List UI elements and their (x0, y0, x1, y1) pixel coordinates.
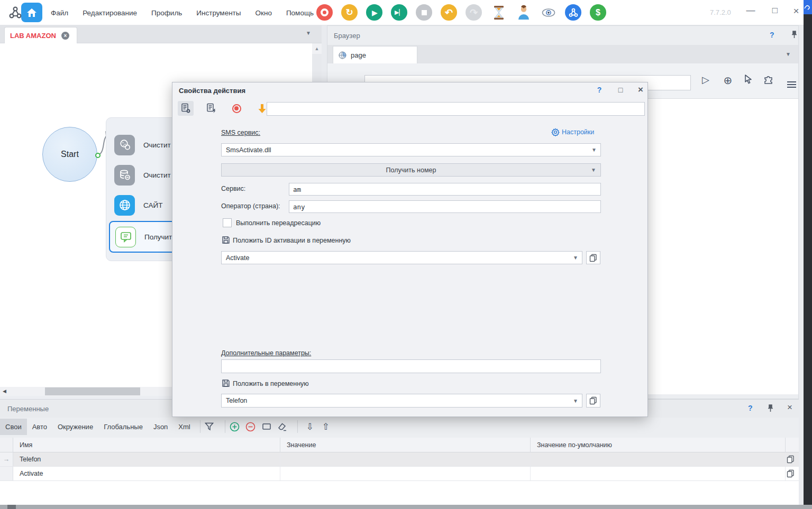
play-to-end-button[interactable]: ▶▏ (391, 4, 407, 21)
action-settings-doc-icon[interactable] (178, 101, 194, 116)
variable-name-cell[interactable]: Telefon (13, 452, 280, 466)
variable-value-cell[interactable] (280, 452, 531, 466)
home-icon (26, 8, 37, 17)
variables-help-icon[interactable]: ? (748, 404, 753, 412)
browser-help-icon[interactable]: ? (770, 31, 774, 39)
browser-tab-page[interactable]: page (333, 46, 417, 63)
sms-service-dropdown[interactable]: SmsActivate.dll▼ (221, 143, 601, 156)
restart-button[interactable]: ↻ (341, 4, 358, 21)
remove-variable-icon[interactable] (245, 422, 261, 432)
redirect-checkbox[interactable] (223, 218, 232, 227)
vars-tab-own[interactable]: Свои (0, 419, 27, 435)
browser-pointer-icon[interactable] (743, 74, 759, 85)
column-default[interactable]: Значение по-умолчанию (531, 438, 786, 452)
page-globe-icon (339, 51, 346, 59)
action-name-input[interactable] (267, 102, 645, 116)
add-variable-icon[interactable] (230, 422, 245, 432)
menu-item-tools[interactable]: Инструменты (196, 9, 241, 17)
variable-name-cell[interactable]: Activate (13, 467, 280, 480)
project-tab-close-icon[interactable]: × (61, 32, 69, 40)
record-button[interactable] (316, 4, 333, 21)
clear-values-eraser-icon[interactable] (277, 422, 293, 431)
scroll-left-icon[interactable]: ◀ (3, 388, 6, 394)
dialog-help-icon[interactable]: ? (592, 86, 606, 94)
dialog-record-icon[interactable] (229, 101, 244, 116)
vars-tab-auto[interactable]: Авто (27, 419, 52, 435)
redo-button[interactable]: ↷ (466, 4, 482, 21)
browser-run-icon[interactable]: ▷ (698, 74, 714, 86)
dialog-close-icon[interactable]: × (634, 85, 647, 95)
variable-row-telefon[interactable]: → Telefon (0, 452, 799, 467)
person-icon (516, 5, 531, 20)
get-number-button[interactable]: Получить номер▼ (221, 163, 601, 177)
move-down-icon[interactable]: ⇩ (302, 421, 318, 432)
operator-input[interactable] (289, 200, 601, 213)
copy-to-clipboard-button[interactable] (586, 394, 600, 408)
move-up-icon[interactable]: ⇧ (318, 421, 334, 432)
variable-row-activate[interactable]: Activate (0, 467, 799, 481)
watch-button[interactable] (540, 4, 556, 21)
menu-item-help[interactable]: Помощь (286, 9, 314, 17)
variable-default-cell[interactable] (531, 467, 786, 480)
browser-add-tab-icon[interactable]: ⊕ (720, 74, 736, 87)
browser-pin-icon[interactable] (791, 30, 798, 39)
scheduler-button[interactable] (490, 4, 507, 21)
dialog-maximize-icon[interactable]: □ (614, 86, 627, 94)
play-to-end-icon: ▶▏ (395, 9, 404, 16)
menu-item-edit[interactable]: Редактирование (83, 9, 137, 17)
variables-close-icon[interactable]: × (787, 402, 792, 413)
project-tab[interactable]: LAB AMAZON × (4, 27, 77, 43)
maximize-button[interactable]: □ (767, 5, 783, 16)
vars-tab-xml[interactable]: Xml (173, 419, 195, 435)
scrollbar-thumb[interactable] (45, 387, 140, 395)
record-icon (321, 8, 329, 16)
dialog-titlebar[interactable]: Свойства действия ? □ × (172, 82, 647, 98)
play-button[interactable]: ▶ (366, 4, 382, 21)
network-button[interactable] (565, 4, 581, 21)
minimize-button[interactable]: — (743, 5, 759, 16)
tab-list-dropdown-icon[interactable]: ▼ (306, 30, 311, 36)
copy-to-clipboard-button[interactable] (586, 251, 600, 264)
vars-tab-json[interactable]: Json (148, 419, 173, 435)
variables-pin-icon[interactable] (767, 404, 774, 413)
action-label: Очистит (143, 171, 171, 179)
variable-default-cell[interactable] (531, 452, 786, 466)
variable-value-cell[interactable] (280, 467, 531, 480)
copy-variable-icon[interactable] (786, 452, 799, 466)
action-code-doc-icon[interactable] (203, 101, 219, 116)
extra-params-input[interactable] (221, 359, 601, 373)
put-var-dropdown[interactable]: Telefon▼ (221, 394, 582, 408)
canvas-scroll-up-icon[interactable]: ▲ (312, 43, 322, 54)
close-button[interactable]: × (788, 5, 804, 17)
row-marker (0, 467, 13, 480)
rename-variable-icon[interactable] (261, 422, 277, 431)
filter-icon[interactable] (205, 422, 221, 431)
menu-item-file[interactable]: Файл (51, 9, 68, 17)
browser-menu-icon[interactable] (783, 74, 799, 86)
settings-link[interactable]: Настройки (551, 128, 594, 136)
put-var-label: Положить в переменную (233, 380, 309, 387)
vars-tab-environment[interactable]: Окружение (52, 419, 98, 435)
browser-extensions-puzzle-icon[interactable] (763, 74, 779, 85)
action-label: САЙТ (143, 201, 162, 209)
app-window: Файл Редактирование Профиль Инструменты … (0, 0, 804, 505)
menu-item-profile[interactable]: Профиль (151, 9, 182, 17)
chevron-down-icon: ▼ (573, 255, 578, 261)
version-label: 7.7.2.0 (710, 8, 731, 16)
browser-tab-dropdown-icon[interactable]: ▼ (786, 51, 791, 57)
undo-button[interactable]: ↶ (441, 4, 457, 21)
settings-gear-icon (551, 128, 560, 136)
vars-tab-global[interactable]: Глобальные (98, 419, 148, 435)
home-button[interactable] (21, 3, 42, 22)
sms-message-icon (115, 227, 136, 247)
activation-id-dropdown[interactable]: Activate▼ (221, 251, 582, 264)
money-button[interactable]: $ (590, 4, 606, 21)
profile-user-button[interactable] (515, 4, 532, 21)
column-name[interactable]: Имя (13, 438, 280, 452)
service-input[interactable] (289, 183, 601, 196)
stop-button[interactable] (416, 4, 432, 21)
menu-item-window[interactable]: Окно (256, 9, 272, 17)
column-value[interactable]: Значение (280, 438, 531, 452)
copy-variable-icon[interactable] (786, 467, 799, 480)
browser-panel-header: Браузер ? (327, 26, 798, 45)
